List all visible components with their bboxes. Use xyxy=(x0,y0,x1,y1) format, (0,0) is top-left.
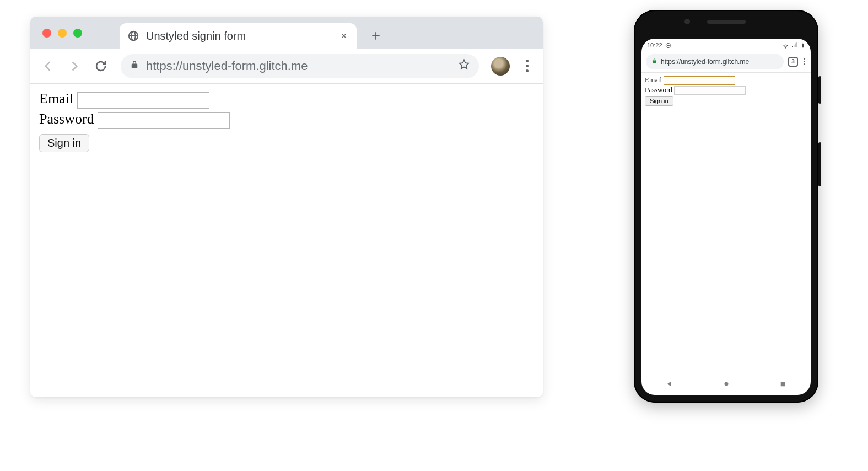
tab-close-button[interactable] xyxy=(339,31,349,41)
nav-overview-button[interactable] xyxy=(779,381,786,388)
password-input[interactable] xyxy=(98,112,230,129)
mobile-menu-button[interactable] xyxy=(802,57,806,66)
wifi-icon xyxy=(782,42,789,49)
page-viewport: Email Password Sign in xyxy=(30,84,543,397)
mobile-url-text: https://unstyled-form.glitch.me xyxy=(661,58,749,66)
globe-icon xyxy=(127,30,139,42)
lock-icon xyxy=(130,60,139,72)
mobile-email-label: Email xyxy=(645,76,662,84)
phone-speaker xyxy=(707,20,746,24)
forward-button[interactable] xyxy=(63,55,85,77)
window-controls xyxy=(42,29,82,38)
svg-rect-2 xyxy=(780,382,785,386)
window-minimize-button[interactable] xyxy=(58,29,67,38)
do-not-disturb-icon xyxy=(665,42,671,49)
profile-avatar[interactable] xyxy=(491,57,510,76)
mobile-page-viewport: Email Password Sign in xyxy=(641,73,811,373)
email-row: Email xyxy=(39,90,534,109)
tab-title: Unstyled signin form xyxy=(146,30,339,42)
window-zoom-button[interactable] xyxy=(73,29,82,38)
address-bar[interactable]: https://unstyled-form.glitch.me xyxy=(121,54,479,78)
email-input[interactable] xyxy=(77,92,209,109)
browser-tab[interactable]: Unstyled signin form xyxy=(120,23,357,49)
tab-count-value: 3 xyxy=(791,58,795,65)
svg-point-1 xyxy=(724,382,728,386)
mobile-browser-toolbar: https://unstyled-form.glitch.me 3 xyxy=(641,51,811,73)
phone-front-camera xyxy=(684,19,690,24)
tab-strip: Unstyled signin form xyxy=(30,17,543,49)
signin-button[interactable]: Sign in xyxy=(39,134,89,152)
phone-device-frame: 10:22 ht xyxy=(634,10,818,403)
mobile-password-input[interactable] xyxy=(674,86,746,95)
battery-icon xyxy=(800,42,805,49)
password-row: Password xyxy=(39,111,534,129)
desktop-browser-window: Unstyled signin form https://unstyled-fo… xyxy=(30,17,543,397)
phone-screen: 10:22 ht xyxy=(641,39,811,395)
mobile-signin-button[interactable]: Sign in xyxy=(645,96,673,106)
mobile-address-bar[interactable]: https://unstyled-form.glitch.me xyxy=(646,54,784,69)
mobile-email-row: Email xyxy=(645,75,807,85)
nav-back-button[interactable] xyxy=(666,380,673,388)
browser-toolbar: https://unstyled-form.glitch.me xyxy=(30,49,543,84)
window-close-button[interactable] xyxy=(42,29,51,38)
new-tab-button[interactable] xyxy=(366,26,385,45)
nav-home-button[interactable] xyxy=(723,380,730,388)
reload-button[interactable] xyxy=(90,55,112,77)
bookmark-star-icon[interactable] xyxy=(458,58,470,73)
email-label: Email xyxy=(39,90,73,106)
tab-switcher-button[interactable]: 3 xyxy=(788,57,798,67)
mobile-password-row: Password xyxy=(645,85,807,95)
lock-icon xyxy=(651,58,657,66)
mobile-email-input[interactable] xyxy=(664,76,735,85)
status-bar: 10:22 xyxy=(641,39,811,51)
cell-signal-icon xyxy=(791,42,798,49)
password-label: Password xyxy=(39,111,94,127)
android-nav-bar xyxy=(641,373,811,395)
mobile-password-label: Password xyxy=(645,85,672,94)
url-text: https://unstyled-form.glitch.me xyxy=(146,59,451,73)
browser-menu-button[interactable] xyxy=(517,60,536,72)
status-time: 10:22 xyxy=(647,42,662,49)
back-button[interactable] xyxy=(37,55,59,77)
